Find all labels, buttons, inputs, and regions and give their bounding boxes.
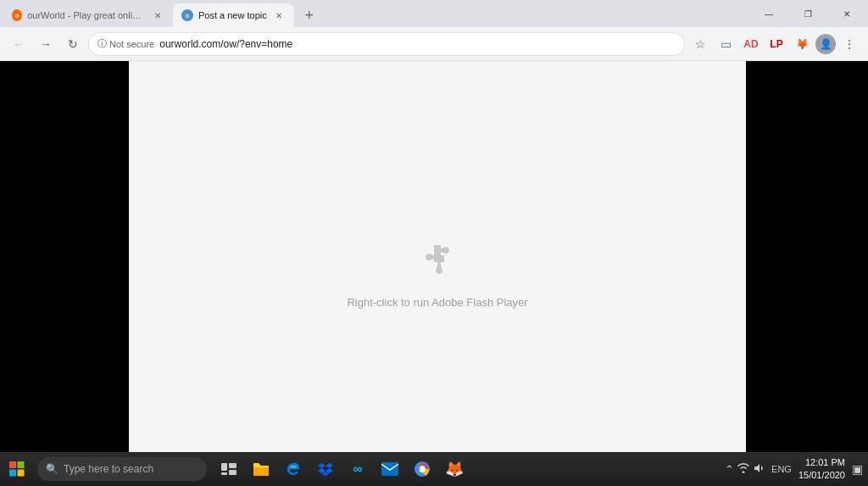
bookmark-button[interactable]: ☆ xyxy=(688,32,712,56)
maximize-button[interactable]: ❐ xyxy=(788,0,827,27)
chrome-browser: o ourWorld - Play great online pu... ✕ o… xyxy=(0,0,868,486)
not-secure-indicator: ⓘ Not secure xyxy=(97,37,154,50)
window-controls: — ❐ ✕ xyxy=(749,0,868,27)
reload-button[interactable]: ↻ xyxy=(61,32,85,56)
svg-point-11 xyxy=(420,466,425,472)
lastpass-icon[interactable]: LP xyxy=(765,32,788,56)
tabs-area: o ourWorld - Play great online pu... ✕ o… xyxy=(0,0,321,27)
taskbar-app-firefox[interactable]: 🦊 xyxy=(439,454,470,484)
tab-close-ourworld[interactable]: ✕ xyxy=(151,8,164,22)
wifi-icon[interactable] xyxy=(737,463,749,476)
title-bar: o ourWorld - Play great online pu... ✕ o… xyxy=(0,0,868,27)
taskbar-app-taskview[interactable] xyxy=(214,454,244,484)
side-black-right xyxy=(746,61,868,486)
profile-button[interactable]: 👤 xyxy=(815,34,836,54)
system-tray: ⌃ xyxy=(725,462,765,477)
info-icon: ⓘ xyxy=(97,37,107,50)
svg-rect-4 xyxy=(221,463,227,471)
notification-button[interactable]: ▣ xyxy=(852,462,863,476)
adblock-icon[interactable]: AD xyxy=(739,32,763,56)
menu-button[interactable]: ⋮ xyxy=(837,32,861,56)
svg-rect-3 xyxy=(18,470,25,477)
taskbar-app-edge[interactable] xyxy=(278,454,309,484)
taskbar-app-mail[interactable] xyxy=(375,454,405,484)
taskbar-apps: ∞ 🦊 xyxy=(214,454,470,484)
svg-rect-6 xyxy=(229,470,236,475)
minimize-button[interactable]: — xyxy=(749,0,788,27)
new-tab-button[interactable]: + xyxy=(298,3,321,27)
svg-rect-5 xyxy=(229,463,236,468)
back-button[interactable]: ← xyxy=(7,32,31,56)
svg-rect-8 xyxy=(381,462,398,476)
taskbar-right: ⌃ ENG 12:01 PM 15/01/2020 ▣ xyxy=(725,456,868,483)
taskbar-app-dropbox[interactable] xyxy=(310,454,341,484)
volume-icon[interactable] xyxy=(753,462,765,477)
tab-post-topic[interactable]: o Post a new topic ✕ xyxy=(173,3,294,27)
language-indicator[interactable]: ENG xyxy=(771,464,792,474)
system-clock[interactable]: 12:01 PM 15/01/2020 xyxy=(798,456,845,483)
clock-date: 15/01/2020 xyxy=(798,469,845,482)
flash-prompt-text: Right-click to run Adobe Flash Player xyxy=(347,296,527,309)
taskbar-app-chrome[interactable] xyxy=(407,454,437,484)
taskbar-search[interactable]: 🔍 Type here to search xyxy=(37,457,207,481)
taskbar: 🔍 Type here to search xyxy=(0,452,868,486)
svg-rect-7 xyxy=(221,472,227,475)
search-icon: 🔍 xyxy=(46,463,58,475)
svg-rect-1 xyxy=(18,461,25,468)
clock-time: 12:01 PM xyxy=(798,456,845,469)
forward-button[interactable]: → xyxy=(34,32,58,56)
url-text: ourworld.com/ow/?env=home xyxy=(159,38,292,50)
tab-favicon-forum: o xyxy=(181,9,193,21)
page-area[interactable]: Right-click to run Adobe Flash Player xyxy=(129,61,746,486)
start-button[interactable] xyxy=(0,452,34,486)
tab-title-post-topic: Post a new topic xyxy=(198,10,267,20)
search-placeholder: Type here to search xyxy=(64,463,153,475)
tab-title-ourworld: ourWorld - Play great online pu... xyxy=(27,10,146,20)
chrome-cast-icon[interactable]: ▭ xyxy=(714,32,737,56)
svg-rect-2 xyxy=(9,470,16,477)
side-black-left xyxy=(0,61,129,486)
browser-content: Right-click to run Adobe Flash Player xyxy=(0,61,868,486)
tab-favicon-ourworld: o xyxy=(12,9,22,21)
not-secure-label: Not secure xyxy=(109,39,154,49)
flash-plugin-icon xyxy=(417,238,458,288)
metamask-icon[interactable]: 🦊 xyxy=(790,32,814,56)
svg-rect-0 xyxy=(9,461,16,468)
toolbar-right: ☆ ▭ AD LP 🦊 👤 ⋮ xyxy=(688,32,861,56)
tab-close-post-topic[interactable]: ✕ xyxy=(272,8,286,22)
tray-chevron[interactable]: ⌃ xyxy=(725,463,734,476)
taskbar-app-explorer[interactable] xyxy=(246,454,276,484)
browser-toolbar: ← → ↻ ⓘ Not secure ourworld.com/ow/?env=… xyxy=(0,27,868,61)
address-bar[interactable]: ⓘ Not secure ourworld.com/ow/?env=home xyxy=(88,32,685,56)
tab-ourworld[interactable]: o ourWorld - Play great online pu... ✕ xyxy=(3,3,173,27)
close-button[interactable]: ✕ xyxy=(827,0,866,27)
taskbar-app-infinity[interactable]: ∞ xyxy=(342,454,373,484)
